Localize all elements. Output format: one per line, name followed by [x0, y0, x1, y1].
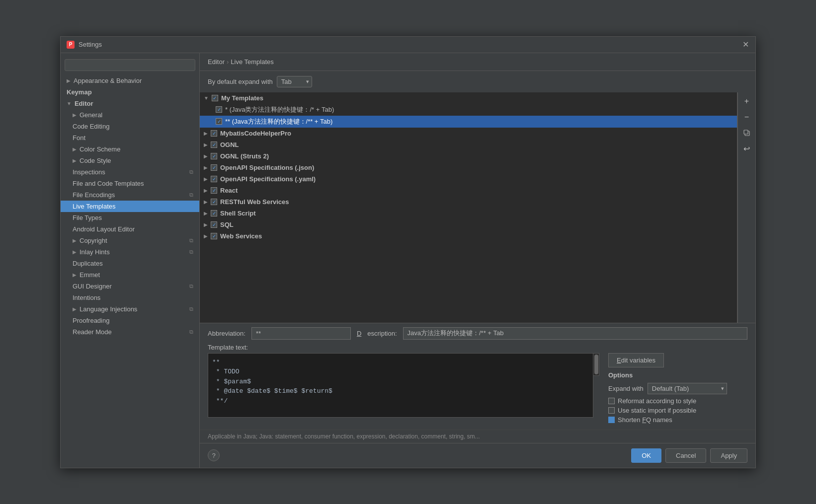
group-checkbox-ognl[interactable] — [211, 142, 217, 148]
static-import-checkbox[interactable] — [608, 407, 615, 414]
group-label-shell: Shell Script — [220, 210, 256, 217]
template-group-header-mybatis[interactable]: ▶ MybatisCodeHelperPro — [200, 128, 737, 139]
sidebar-item-code-style[interactable]: ▶ Code Style — [61, 155, 199, 166]
sidebar-item-intentions[interactable]: Intentions — [61, 292, 199, 303]
template-group-header-web-services[interactable]: ▶ Web Services — [200, 230, 737, 242]
code-options-row: ** * TODO * $param$ * @date $date$ $time… — [208, 353, 747, 426]
template-item-2[interactable]: ** (Java方法注释的快捷键：/** + Tab) — [200, 116, 737, 128]
sidebar-item-file-code-templates[interactable]: File and Code Templates — [61, 178, 199, 189]
sidebar-item-appearance[interactable]: ▶ Appearance & Behavior — [61, 75, 199, 86]
sidebar-item-font[interactable]: Font — [61, 132, 199, 144]
abbreviation-input[interactable] — [251, 327, 351, 340]
sidebar-item-language-injections[interactable]: ▶ Language Injections ⧉ — [61, 303, 199, 315]
item-checkbox-2[interactable] — [216, 118, 222, 125]
sidebar-item-copyright[interactable]: ▶ Copyright ⧉ — [61, 235, 199, 246]
template-group-ognl: ▶ OGNL — [200, 139, 737, 150]
template-text-label: Template text: ** * TODO * $param$ * @da… — [208, 344, 747, 426]
sidebar-item-label: Android Layout Editor — [73, 225, 135, 233]
sidebar-item-proofreading[interactable]: Proofreading — [61, 315, 199, 326]
group-checkbox-shell[interactable] — [211, 210, 217, 216]
template-item-1[interactable]: * (Java类方法注释的快捷键：/* + Tab) — [200, 104, 737, 116]
group-checkbox-ognl-struts[interactable] — [211, 153, 217, 159]
template-group-react: ▶ React — [200, 185, 737, 196]
sidebar-item-color-scheme[interactable]: ▶ Color Scheme — [61, 144, 199, 155]
group-checkbox-openapi-yaml[interactable] — [211, 176, 217, 182]
sidebar-item-inlay-hints[interactable]: ▶ Inlay Hints ⧉ — [61, 246, 199, 258]
template-group-header-openapi-yaml[interactable]: ▶ OpenAPI Specifications (.yaml) — [200, 173, 737, 185]
sidebar-item-inspections[interactable]: Inspections ⧉ — [61, 166, 199, 178]
sidebar-item-label: File Encodings — [73, 191, 115, 199]
options-expand-select[interactable]: Default (Tab) Tab Enter Space — [648, 383, 727, 394]
template-group-header-my-templates[interactable]: ▼ My Templates — [200, 92, 737, 104]
template-group-header-ognl[interactable]: ▶ OGNL — [200, 139, 737, 150]
shorten-fq-checkbox[interactable] — [608, 417, 615, 423]
search-input[interactable] — [65, 59, 195, 71]
add-button[interactable]: + — [740, 94, 754, 108]
sidebar-item-code-editing[interactable]: Code Editing — [61, 121, 199, 132]
sidebar-item-duplicates[interactable]: Duplicates — [61, 258, 199, 269]
sidebar-item-reader-mode[interactable]: Reader Mode ⧉ — [61, 326, 199, 338]
group-checkbox-my-templates[interactable] — [212, 95, 218, 101]
close-button[interactable]: ✕ — [741, 41, 749, 49]
right-panel: Edit variables Options Expand with Defau… — [604, 353, 747, 426]
template-group-header-sql[interactable]: ▶ SQL — [200, 219, 737, 230]
dialog-footer: ? OK Cancel Apply — [200, 443, 755, 468]
sidebar-item-keymap[interactable]: Keymap — [61, 86, 199, 98]
template-group-header-ognl-struts[interactable]: ▶ OGNL (Struts 2) — [200, 150, 737, 162]
sidebar-item-label: Inlay Hints — [80, 248, 110, 256]
options-expand-select-wrapper[interactable]: Default (Tab) Tab Enter Space — [648, 383, 727, 394]
sidebar-item-label: Live Templates — [73, 203, 115, 210]
cancel-button[interactable]: Cancel — [665, 448, 706, 463]
code-scrollbar[interactable] — [593, 353, 599, 376]
copy-button[interactable] — [740, 126, 754, 140]
abbreviation-label: Abbreviation: — [208, 330, 245, 337]
svg-rect-1 — [744, 130, 748, 134]
ok-button[interactable]: OK — [631, 448, 661, 463]
reformat-checkbox[interactable] — [608, 398, 615, 404]
sidebar-item-file-types[interactable]: File Types — [61, 212, 199, 223]
sidebar: ▶ Appearance & Behavior Keymap ▼ Editor … — [61, 53, 200, 468]
copy-icon: ⧉ — [189, 306, 193, 312]
expand-select[interactable]: Tab Enter Space — [277, 76, 312, 87]
sidebar-item-gui-designer[interactable]: GUI Designer ⧉ — [61, 281, 199, 292]
group-checkbox-mybatis[interactable] — [211, 130, 217, 137]
sidebar-item-label: Proofreading — [73, 317, 109, 324]
sidebar-item-live-templates[interactable]: Live Templates — [61, 201, 199, 212]
expand-select-wrapper[interactable]: Tab Enter Space — [277, 76, 312, 87]
main-content: Editor › Live Templates By default expan… — [200, 53, 755, 468]
template-group-sql: ▶ SQL — [200, 219, 737, 230]
remove-button[interactable]: − — [740, 110, 754, 124]
sidebar-item-emmet[interactable]: ▶ Emmet — [61, 269, 199, 281]
description-input[interactable] — [403, 327, 747, 340]
edit-variables-button[interactable]: Edit variables — [608, 353, 664, 367]
group-checkbox-web-services[interactable] — [211, 233, 217, 239]
template-group-header-openapi-json[interactable]: ▶ OpenAPI Specifications (.json) — [200, 162, 737, 173]
copy-icon: ⧉ — [189, 249, 193, 255]
code-editor[interactable]: ** * TODO * $param$ * @date $date$ $time… — [208, 353, 593, 418]
template-group-header-shell[interactable]: ▶ Shell Script — [200, 208, 737, 219]
sidebar-item-label: Editor — [75, 100, 93, 107]
sidebar-item-general[interactable]: ▶ General — [61, 109, 199, 121]
item-checkbox-1[interactable] — [216, 106, 222, 113]
group-checkbox-sql[interactable] — [211, 221, 217, 228]
reset-button[interactable]: ↩ — [740, 142, 754, 156]
sidebar-item-android-layout[interactable]: Android Layout Editor — [61, 223, 199, 235]
template-group-header-react[interactable]: ▶ React — [200, 185, 737, 196]
group-checkbox-openapi-json[interactable] — [211, 164, 217, 171]
group-checkbox-restful[interactable] — [211, 199, 217, 205]
template-group-openapi-yaml: ▶ OpenAPI Specifications (.yaml) — [200, 173, 737, 185]
chevron-right-icon: ▶ — [73, 238, 77, 243]
copy-icon: ⧉ — [189, 283, 193, 289]
template-group-header-restful[interactable]: ▶ RESTful Web Services — [200, 196, 737, 208]
dialog-body: ▶ Appearance & Behavior Keymap ▼ Editor … — [61, 53, 755, 468]
chevron-right-icon: ▶ — [204, 222, 208, 227]
template-group-web-services: ▶ Web Services — [200, 230, 737, 242]
copy-icon — [743, 130, 750, 137]
help-button[interactable]: ? — [208, 449, 220, 461]
group-label-mybatis: MybatisCodeHelperPro — [220, 130, 291, 137]
sidebar-item-file-encodings[interactable]: File Encodings ⧉ — [61, 189, 199, 201]
apply-button[interactable]: Apply — [710, 448, 747, 463]
sidebar-item-label: Language Injections — [80, 305, 137, 313]
sidebar-item-editor[interactable]: ▼ Editor — [61, 98, 199, 109]
group-checkbox-react[interactable] — [211, 187, 217, 194]
